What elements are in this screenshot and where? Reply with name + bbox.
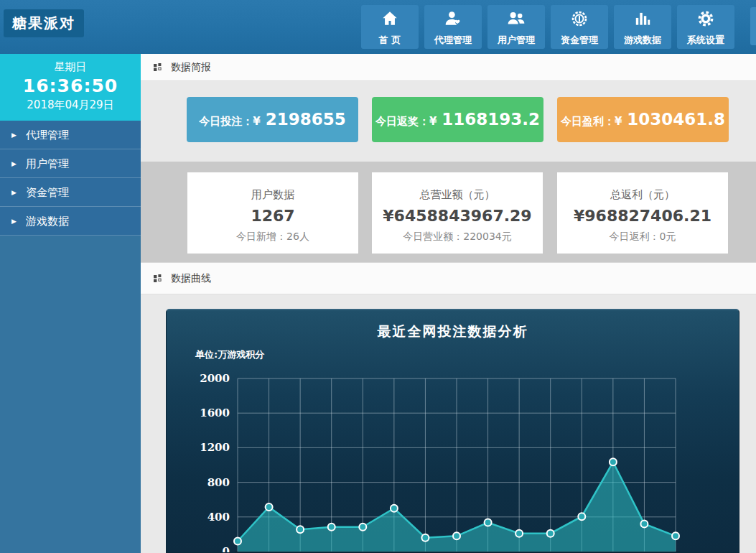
stat-value: ¥6458843967.29	[372, 207, 543, 225]
sidebar: 星期日 16:36:50 2018年04月29日 ▶ 代理管理 ▶ 用户管理 ▶…	[0, 54, 141, 553]
nav-item-agent-management[interactable]: 代理管理	[424, 5, 482, 49]
today-payout-card: 今日返奖：¥ 1168193.2	[372, 97, 543, 142]
clock-widget: 星期日 16:36:50 2018年04月29日	[0, 54, 141, 121]
svg-text:0: 0	[223, 545, 230, 553]
tiles-icon	[154, 274, 162, 282]
section-header-data-brief: 数据简报	[141, 54, 756, 81]
nav-item-label: 系统设置	[687, 34, 724, 47]
stat-subtext: 今日返利：0元	[557, 231, 728, 243]
nav-item-label: 用户管理	[498, 34, 535, 47]
settings-icon	[696, 9, 715, 31]
clock-date: 2018年04月29日	[0, 98, 141, 112]
today-bets-card: 今日投注：¥ 2198655	[187, 97, 358, 142]
section-header-data-curve: 数据曲线	[141, 262, 756, 294]
tiles-icon	[154, 63, 162, 71]
app-logo: 糖果派对	[4, 9, 84, 37]
nav-item-home[interactable]: 首 页	[361, 5, 419, 49]
home-icon	[381, 9, 399, 31]
stat-subtext: 今日营业额：220034元	[372, 231, 543, 243]
users-icon	[507, 9, 526, 31]
stat-title: 用户数据	[187, 188, 358, 202]
total-rebate-card: 总返利（元） ¥968827406.21 今日返利：0元	[557, 172, 728, 254]
agent-icon	[444, 9, 462, 31]
main-content: 数据简报 今日投注：¥ 2198655 今日返奖：¥ 1168193.2 今日盈…	[141, 54, 756, 553]
sidebar-item-agent-management[interactable]: ▶ 代理管理	[0, 121, 141, 149]
svg-text:1200: 1200	[200, 441, 230, 454]
sidebar-item-label: 代理管理	[26, 129, 69, 141]
total-turnover-card: 总营业额（元） ¥6458843967.29 今日营业额：220034元	[372, 172, 543, 254]
sidebar-item-game-data[interactable]: ▶ 游戏数据	[0, 207, 141, 236]
nav-item-user-management[interactable]: 用户管理	[487, 5, 545, 49]
sidebar-item-user-management[interactable]: ▶ 用户管理	[0, 149, 141, 178]
stat-title: 总营业额（元）	[372, 188, 543, 202]
top-navbar: 糖果派对 首 页 代理管理 用户管理 资金管理	[0, 0, 756, 54]
nav-item-game-data[interactable]: 游戏数据	[614, 5, 671, 49]
sidebar-item-funds-management[interactable]: ▶ 资金管理	[0, 178, 141, 207]
chevron-right-icon: ▶	[11, 121, 17, 149]
chevron-right-icon: ▶	[11, 207, 17, 236]
stat-title: 总返利（元）	[557, 188, 728, 202]
sidebar-menu: ▶ 代理管理 ▶ 用户管理 ▶ 资金管理 ▶ 游戏数据	[0, 121, 141, 236]
section-title: 数据曲线	[171, 272, 211, 285]
nav-item-label: 游戏数据	[624, 34, 661, 47]
bet-analysis-chart-panel: 最近全网投注数据分析 单位:万游戏积分 0400800120016002000	[166, 309, 739, 553]
svg-text:2000: 2000	[200, 372, 230, 385]
bet-curve-chart: 0400800120016002000	[167, 310, 739, 553]
nav-item-system-settings[interactable]: 系统设置	[677, 5, 734, 49]
svg-text:800: 800	[207, 476, 230, 489]
clock-time: 16:36:50	[0, 75, 141, 96]
nav-item-label: 代理管理	[434, 34, 472, 47]
sidebar-item-label: 资金管理	[26, 186, 69, 199]
chevron-right-icon: ▶	[11, 178, 17, 207]
stat-value: 1267	[187, 207, 358, 225]
funds-icon	[570, 9, 589, 31]
sidebar-item-label: 游戏数据	[26, 215, 69, 228]
today-profit-card: 今日盈利：¥ 1030461.8	[557, 97, 729, 142]
card-value: 1030461.8	[627, 110, 725, 129]
card-label: 今日盈利：¥	[561, 115, 622, 129]
section-title: 数据简报	[171, 61, 211, 74]
sidebar-item-label: 用户管理	[26, 157, 69, 170]
card-value: 2198655	[266, 110, 346, 129]
clock-weekday: 星期日	[0, 60, 141, 74]
nav-item-label: 资金管理	[561, 34, 598, 47]
nav-item-label: 首 页	[379, 34, 401, 47]
nav-item-overflow[interactable]	[750, 7, 756, 45]
nav-item-funds-management[interactable]: 资金管理	[551, 5, 608, 49]
card-label: 今日投注：¥	[199, 115, 260, 129]
card-label: 今日返奖：¥	[375, 115, 437, 129]
user-data-card: 用户数据 1267 今日新增：26人	[187, 172, 358, 254]
svg-text:400: 400	[207, 511, 230, 524]
chevron-right-icon: ▶	[11, 149, 17, 178]
svg-text:1600: 1600	[200, 406, 230, 419]
card-value: 1168193.2	[442, 110, 540, 129]
main-nav: 首 页 代理管理 用户管理 资金管理 游戏数据	[361, 5, 734, 49]
stat-value: ¥968827406.21	[557, 207, 728, 225]
game-data-icon	[633, 9, 652, 31]
stat-subtext: 今日新增：26人	[187, 231, 358, 243]
